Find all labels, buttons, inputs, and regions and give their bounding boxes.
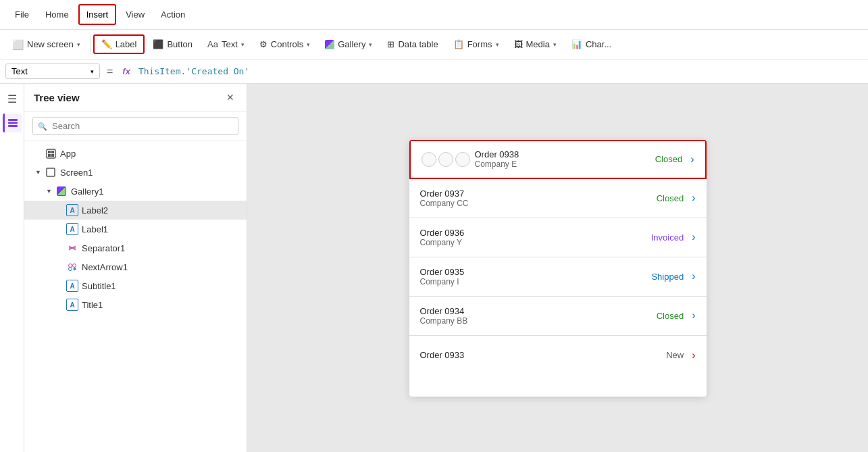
forms-chevron-icon: ▾ xyxy=(496,41,499,48)
row-icon-circle-3 xyxy=(455,152,470,167)
media-icon: 🖼 xyxy=(514,39,523,49)
controls-chevron-icon: ▾ xyxy=(307,41,310,48)
media-button[interactable]: 🖼 Media ▾ xyxy=(507,36,563,53)
new-screen-button[interactable]: ⬜ New screen ▾ xyxy=(5,36,87,53)
datatable-icon: ⊞ xyxy=(387,39,394,49)
gallery-button[interactable]: Gallery ▾ xyxy=(318,36,379,53)
row-1-arrow-icon[interactable]: › xyxy=(690,153,694,166)
side-layers-icon[interactable] xyxy=(3,114,22,132)
row-2-arrow-icon[interactable]: › xyxy=(692,192,695,204)
tree-item-label1[interactable]: A Label1 xyxy=(24,220,247,238)
controls-button[interactable]: ⚙ Controls ▾ xyxy=(253,36,317,53)
formula-dropdown-chevron-icon: ▾ xyxy=(91,68,94,75)
row-6-status: New xyxy=(666,350,684,360)
tree-item-title1[interactable]: A Title1 xyxy=(24,295,247,314)
main-content: ☰ Tree view ✕ App xyxy=(0,84,868,452)
screen1-icon xyxy=(45,166,57,178)
label1-icon: A xyxy=(66,223,78,235)
nextarrow1-icon xyxy=(66,261,78,273)
side-icons-panel: ☰ xyxy=(0,84,24,452)
formula-bar: Text ▾ = fx ThisItem.'Created On' xyxy=(0,59,868,84)
gallery-chevron-icon: ▾ xyxy=(369,41,372,48)
new-screen-icon: ⬜ xyxy=(12,39,24,50)
tree-items-list: App ▼ Screen1 ▼ Gallery1 A xyxy=(24,141,247,452)
row-1-status: Closed xyxy=(655,154,682,164)
text-chevron-icon: ▾ xyxy=(241,41,245,48)
row-4-title: Order 0935 xyxy=(420,267,652,277)
svg-rect-2 xyxy=(8,125,18,127)
row-5-arrow-icon[interactable]: › xyxy=(692,309,695,322)
gallery-row-2[interactable]: Order 0937 Company CC Closed › xyxy=(409,179,707,218)
gallery-preview: Order 0938 Company E Closed › Order 0937… xyxy=(409,140,707,397)
search-input[interactable] xyxy=(32,117,238,135)
gallery-row-6[interactable]: Order 0933 New › xyxy=(409,336,707,375)
row-6-arrow-icon[interactable]: › xyxy=(692,349,695,361)
tree-close-button[interactable]: ✕ xyxy=(224,91,237,104)
row-icon-circle-2 xyxy=(438,152,453,167)
forms-icon: 📋 xyxy=(453,39,464,49)
tree-item-label2[interactable]: A Label2 xyxy=(24,201,247,220)
row-icon-circle-1 xyxy=(422,152,436,167)
tree-item-subtitle1[interactable]: A Subtitle1 xyxy=(24,276,247,295)
tree-item-nextarrow1[interactable]: NextArrow1 xyxy=(24,257,247,276)
tree-label-subtitle1: Subtitle1 xyxy=(82,281,116,291)
row-4-arrow-icon[interactable]: › xyxy=(692,270,695,282)
toolbar: ⬜ New screen ▾ ✏️ Label ⬛ Button Aa Text… xyxy=(0,30,868,59)
formula-equals-sign: = xyxy=(103,66,117,78)
media-label: Media xyxy=(526,39,550,49)
menu-view[interactable]: View xyxy=(119,5,151,24)
menu-action[interactable]: Action xyxy=(154,5,192,24)
row-1-subtitle: Company E xyxy=(475,159,655,169)
label2-icon: A xyxy=(66,204,78,216)
formula-property-dropdown[interactable]: Text ▾ xyxy=(5,64,100,79)
row-3-subtitle: Company Y xyxy=(420,238,651,247)
charts-icon: 📊 xyxy=(571,39,582,49)
row-4-info: Order 0935 Company I xyxy=(420,267,652,286)
gallery-label: Gallery xyxy=(338,39,365,49)
row-2-status: Closed xyxy=(657,193,684,203)
controls-icon: ⚙ xyxy=(259,39,267,49)
tree-item-gallery1[interactable]: ▼ Gallery1 xyxy=(24,182,247,201)
svg-rect-7 xyxy=(51,154,54,157)
tree-label-label2: Label2 xyxy=(82,205,108,216)
row-1-icons: Order 0938 Company E xyxy=(422,149,655,169)
tree-search-bar xyxy=(24,111,247,141)
label-button[interactable]: ✏️ Label xyxy=(93,34,145,54)
button-button[interactable]: ⬛ Button xyxy=(146,36,199,53)
tree-label-title1: Title1 xyxy=(82,300,103,310)
forms-label: Forms xyxy=(467,39,492,49)
canvas-area: Order 0938 Company E Closed › Order 0937… xyxy=(247,84,868,452)
app-icon xyxy=(45,147,57,159)
search-wrapper xyxy=(32,117,238,135)
charts-button[interactable]: 📊 Char... xyxy=(565,36,618,53)
tree-item-separator1[interactable]: Separator1 xyxy=(24,238,247,257)
row-3-arrow-icon[interactable]: › xyxy=(692,231,695,243)
gallery-row-3[interactable]: Order 0936 Company Y Invoiced › xyxy=(409,218,707,257)
gallery1-icon xyxy=(55,185,68,197)
menu-home[interactable]: Home xyxy=(39,5,76,24)
row-2-info: Order 0937 Company CC xyxy=(420,189,657,208)
charts-label: Char... xyxy=(586,39,611,49)
gallery1-arrow-icon: ▼ xyxy=(46,188,55,195)
forms-button[interactable]: 📋 Forms ▾ xyxy=(446,36,506,53)
tree-item-app[interactable]: App xyxy=(24,144,247,163)
row-5-title: Order 0934 xyxy=(420,306,657,316)
text-icon: Aa xyxy=(207,39,218,49)
tree-title: Tree view xyxy=(34,92,80,103)
gallery-row-5[interactable]: Order 0934 Company BB Closed › xyxy=(409,297,707,336)
title1-icon: A xyxy=(66,299,78,311)
gallery-row-4[interactable]: Order 0935 Company I Shipped › xyxy=(409,257,707,297)
side-hamburger-icon[interactable]: ☰ xyxy=(3,89,22,108)
text-button[interactable]: Aa Text ▾ xyxy=(201,36,251,53)
menu-bar: File Home Insert View Action xyxy=(0,0,868,30)
row-5-status: Closed xyxy=(657,311,684,321)
menu-insert[interactable]: Insert xyxy=(78,4,117,25)
row-3-title: Order 0936 xyxy=(420,228,651,238)
gallery-row-1[interactable]: Order 0938 Company E Closed › xyxy=(409,140,707,179)
menu-file[interactable]: File xyxy=(8,5,36,24)
formula-input[interactable]: ThisItem.'Created On' xyxy=(136,65,863,78)
datatable-button[interactable]: ⊞ Data table xyxy=(380,36,444,53)
tree-label-label1: Label1 xyxy=(82,224,108,234)
tree-item-screen1[interactable]: ▼ Screen1 xyxy=(24,163,247,182)
tree-header: Tree view ✕ xyxy=(24,84,247,111)
